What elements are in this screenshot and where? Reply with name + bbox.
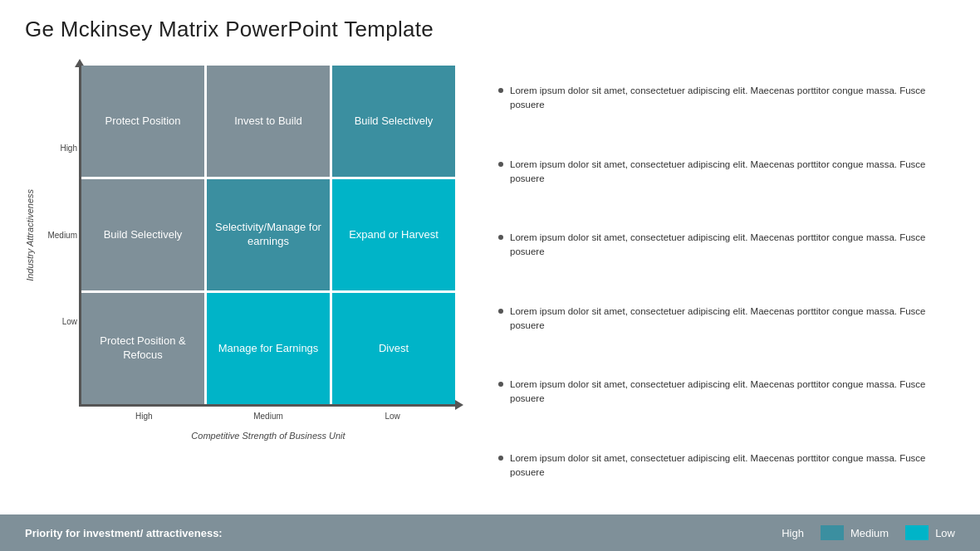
bullet-dot-1 — [498, 162, 503, 167]
bullet-dot-2 — [498, 235, 503, 240]
y-tick-medium: Medium — [47, 231, 77, 240]
matrix-cell-1-0: Build Selectively — [81, 179, 204, 290]
bullet-item-1: Lorem ipsum dolor sit amet, consectetuer… — [498, 158, 955, 187]
footer-label: Priority for investment/ attractiveness: — [25, 527, 727, 539]
matrix-cell-2-1: Manage for Earnings — [207, 293, 330, 404]
bullet-dot-4 — [498, 382, 503, 387]
main-container: Ge Mckinsey Matrix PowerPoint Template I… — [0, 0, 980, 514]
x-tick-labels: High Medium Low — [81, 412, 455, 421]
x-axis-line — [79, 404, 457, 407]
footer: Priority for investment/ attractiveness:… — [0, 514, 980, 551]
legend-box-low — [905, 525, 929, 540]
legend-item-medium: Medium — [821, 525, 889, 540]
bullet-item-5: Lorem ipsum dolor sit amet, consectetuer… — [498, 451, 955, 480]
legend-items: HighMediumLow — [752, 525, 955, 540]
x-axis-label: Competitive Strength of Business Unit — [81, 431, 455, 441]
content-area: Industry Attractiveness High Medium Low … — [25, 57, 955, 506]
bullet-dot-5 — [498, 456, 503, 461]
bullet-item-2: Lorem ipsum dolor sit amet, consectetuer… — [498, 231, 955, 260]
legend-label-medium: Medium — [850, 527, 889, 539]
legend-box-medium — [821, 525, 844, 540]
x-tick-high: High — [82, 412, 206, 421]
legend-label-high: High — [782, 527, 804, 539]
y-tick-labels: High Medium Low — [37, 66, 77, 404]
bullet-text-5: Lorem ipsum dolor sit amet, consectetuer… — [510, 451, 955, 480]
bullet-item-0: Lorem ipsum dolor sit amet, consectetuer… — [498, 84, 955, 113]
bullet-dot-0 — [498, 88, 503, 93]
matrix-cell-1-1: Selectivity/Manage for earnings — [207, 179, 330, 290]
matrix-cell-0-1: Invest to Build — [207, 66, 330, 177]
bullet-text-4: Lorem ipsum dolor sit amet, consectetuer… — [510, 378, 955, 407]
y-tick-high: High — [60, 144, 77, 153]
page-title: Ge Mckinsey Matrix PowerPoint Template — [25, 17, 955, 42]
bullet-dot-3 — [498, 309, 503, 314]
x-tick-medium: Medium — [207, 412, 331, 421]
bullet-text-2: Lorem ipsum dolor sit amet, consectetuer… — [510, 231, 955, 260]
legend-label-low: Low — [935, 527, 955, 539]
matrix-cell-1-2: Expand or Harvest — [332, 179, 455, 290]
legend-item-low: Low — [905, 525, 955, 540]
bullet-text-3: Lorem ipsum dolor sit amet, consectetuer… — [510, 305, 955, 334]
matrix-wrapper: Industry Attractiveness High Medium Low … — [25, 61, 482, 460]
matrix-cell-2-0: Protect Position & Refocus — [81, 293, 204, 404]
matrix-cell-0-2: Build Selectively — [332, 66, 455, 177]
bullet-text-0: Lorem ipsum dolor sit amet, consectetuer… — [510, 84, 955, 113]
legend-item-high: High — [752, 525, 804, 540]
y-tick-low: Low — [62, 317, 77, 326]
x-tick-low: Low — [331, 412, 454, 421]
bullet-item-3: Lorem ipsum dolor sit amet, consectetuer… — [498, 305, 955, 334]
bullet-item-4: Lorem ipsum dolor sit amet, consectetuer… — [498, 378, 955, 407]
matrix-grid: Protect PositionInvest to BuildBuild Sel… — [81, 66, 455, 404]
bullets-area: Lorem ipsum dolor sit amet, consectetuer… — [498, 57, 955, 506]
matrix-cell-2-2: Divest — [332, 293, 455, 404]
legend-box-high — [752, 525, 775, 540]
y-axis-label: Industry Attractiveness — [25, 66, 35, 404]
matrix-cell-0-0: Protect Position — [81, 66, 204, 177]
bullet-text-1: Lorem ipsum dolor sit amet, consectetuer… — [510, 158, 955, 187]
